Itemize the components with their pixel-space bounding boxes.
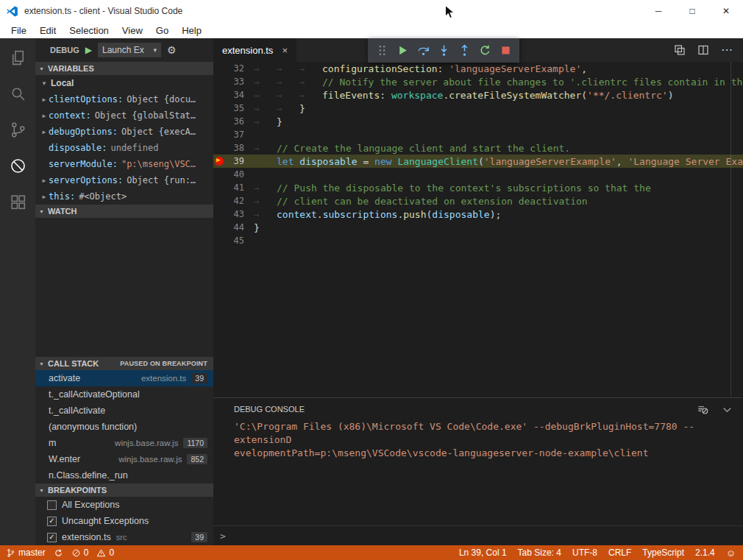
- more-actions-icon[interactable]: ⋯: [721, 44, 733, 56]
- menu-help[interactable]: Help: [175, 24, 208, 38]
- breakpoints-section-header[interactable]: ▼ BREAKPOINTS: [35, 483, 213, 497]
- stack-frame-m[interactable]: mwinjs.base.raw.js1170: [35, 435, 213, 451]
- step-into-icon[interactable]: [435, 42, 452, 60]
- breakpoint-extension-ts[interactable]: ✓extension.tssrc39: [35, 529, 213, 545]
- feedback-smiley-icon[interactable]: ☺: [726, 547, 736, 559]
- clear-console-icon[interactable]: [697, 404, 708, 415]
- breakpoint-uncaught-exceptions[interactable]: ✓Uncaught Exceptions: [35, 513, 213, 529]
- gutter-breakpoint-area[interactable]: [213, 221, 225, 234]
- launch-config-dropdown[interactable]: Launch Ex ▾: [98, 43, 161, 57]
- errors-item[interactable]: 0: [71, 547, 89, 558]
- tab-extension-ts[interactable]: extension.ts ×: [213, 38, 296, 62]
- variables-section-header[interactable]: ▼ VARIABLES: [35, 62, 213, 75]
- stack-frame-t-callactivate[interactable]: t._callActivate: [35, 403, 213, 419]
- menu-edit[interactable]: Edit: [33, 24, 63, 38]
- stack-frame-activate[interactable]: activateextension.ts39: [35, 370, 213, 386]
- menu-view[interactable]: View: [115, 24, 149, 38]
- source-control-icon[interactable]: [7, 119, 28, 140]
- status-language[interactable]: TypeScript: [642, 547, 684, 558]
- scope-local[interactable]: ▼ Local: [35, 75, 213, 91]
- variable-servermodule[interactable]: serverModule:"p:\mseng\VSC…: [35, 156, 213, 172]
- stack-frame-t-callactivateoptional[interactable]: t._callActivateOptional: [35, 386, 213, 403]
- stack-frame-w-enter[interactable]: W.enterwinjs.base.raw.js852: [35, 451, 213, 467]
- close-panel-icon[interactable]: [722, 404, 733, 415]
- minimize-button[interactable]: ─: [641, 0, 675, 22]
- code-line-38[interactable]: 38→// Create the language client and sta…: [213, 141, 743, 155]
- status-tab-size[interactable]: Tab Size: 4: [518, 547, 561, 558]
- code-line-41[interactable]: 41→// Push the disposable to the context…: [213, 181, 743, 194]
- breakpoint-all-exceptions[interactable]: All Exceptions: [35, 497, 213, 513]
- files-icon[interactable]: [7, 47, 28, 68]
- split-editor-icon[interactable]: [697, 44, 709, 56]
- variable-clientoptions[interactable]: ▶clientOptions:Object {docu…: [35, 91, 213, 107]
- code-line-40[interactable]: 40: [213, 168, 743, 181]
- gutter-breakpoint-area[interactable]: [213, 181, 225, 194]
- code-line-45[interactable]: 45: [213, 234, 743, 247]
- code-line-35[interactable]: 35→→}: [213, 102, 743, 115]
- watch-section-header[interactable]: ▼ WATCH: [35, 205, 213, 218]
- configure-gear-icon[interactable]: ⚙: [167, 45, 177, 55]
- console-input-row[interactable]: >: [213, 525, 743, 545]
- status-version[interactable]: 2.1.4: [695, 547, 715, 558]
- search-icon[interactable]: [7, 83, 28, 104]
- code-text: →→→fileEvents: workspace.createFileSyste…: [244, 90, 743, 101]
- gutter-breakpoint-area[interactable]: [213, 168, 225, 181]
- close-button[interactable]: ✕: [709, 0, 743, 22]
- code-line-43[interactable]: 43→context.subscriptions.push(disposable…: [213, 208, 743, 221]
- breakpoint-checkbox[interactable]: ✓: [47, 533, 57, 542]
- code-editor[interactable]: 32→→→configurationSection: 'languageServ…: [213, 62, 743, 397]
- restart-icon[interactable]: [476, 42, 494, 60]
- breakpoint-checkbox[interactable]: [47, 500, 57, 510]
- code-line-32[interactable]: 32→→→configurationSection: 'languageServ…: [213, 62, 743, 75]
- gutter-breakpoint-area[interactable]: [213, 141, 225, 155]
- gutter-breakpoint-area[interactable]: [213, 102, 225, 115]
- code-line-42[interactable]: 42→// client can be deactivated on exten…: [213, 194, 743, 208]
- menu-file[interactable]: File: [4, 24, 33, 38]
- gutter-breakpoint-area[interactable]: [213, 75, 225, 88]
- variable-this[interactable]: ▶this:#<Object>: [35, 188, 213, 205]
- status-eol[interactable]: CRLF: [608, 547, 631, 558]
- sync-item[interactable]: [54, 548, 63, 558]
- tab-close-icon[interactable]: ×: [282, 45, 288, 56]
- gutter-breakpoint-area[interactable]: [213, 234, 225, 247]
- variable-serveroptions[interactable]: ▶serverOptions:Object {run:…: [35, 172, 213, 188]
- menu-selection[interactable]: Selection: [63, 24, 115, 38]
- gutter-breakpoint-area[interactable]: [213, 88, 225, 102]
- stack-frame-anonymous-function[interactable]: (anonymous function): [35, 419, 213, 435]
- breakpoint-checkbox[interactable]: ✓: [47, 517, 57, 526]
- gutter-breakpoint-area[interactable]: [213, 208, 225, 221]
- frame-name: t._callActivateOptional: [49, 389, 207, 400]
- variable-debugoptions[interactable]: ▶debugOptions:Object {execA…: [35, 124, 213, 140]
- continue-icon[interactable]: [394, 42, 411, 60]
- menu-go[interactable]: Go: [149, 24, 175, 38]
- gutter-breakpoint-area[interactable]: [213, 194, 225, 208]
- variable-context[interactable]: ▶context:Object {globalStat…: [35, 107, 213, 124]
- maximize-button[interactable]: □: [675, 0, 709, 22]
- gutter-breakpoint-area[interactable]: ▶: [213, 155, 225, 168]
- step-over-icon[interactable]: [414, 42, 432, 60]
- gutter-breakpoint-area[interactable]: [213, 115, 225, 128]
- extensions-icon[interactable]: [7, 191, 28, 212]
- debug-icon[interactable]: [7, 155, 28, 176]
- stack-frame-n-class-define-run[interactable]: n.Class.define._run: [35, 467, 213, 483]
- drag-grip[interactable]: [373, 42, 391, 60]
- status-encoding[interactable]: UTF-8: [572, 547, 597, 558]
- warnings-item[interactable]: 0: [96, 547, 114, 558]
- variable-disposable[interactable]: disposable:undefined: [35, 140, 213, 156]
- git-branch-item[interactable]: master: [6, 547, 46, 558]
- callstack-section-header[interactable]: ▼ CALL STACK PAUSED ON BREAKPOINT: [35, 357, 213, 370]
- gutter-breakpoint-area[interactable]: [213, 128, 225, 141]
- open-changes-icon[interactable]: [674, 44, 686, 56]
- status-line-col[interactable]: Ln 39, Col 1: [459, 547, 507, 558]
- gutter-breakpoint-area[interactable]: [213, 62, 225, 75]
- code-line-39[interactable]: ▶39→let disposable = new LanguageClient(…: [213, 155, 743, 168]
- code-line-36[interactable]: 36→}: [213, 115, 743, 128]
- code-line-37[interactable]: 37: [213, 128, 743, 141]
- code-line-34[interactable]: 34→→→fileEvents: workspace.createFileSys…: [213, 88, 743, 102]
- code-line-33[interactable]: 33→→→// Notify the server about file cha…: [213, 75, 743, 88]
- start-debug-icon[interactable]: ▶: [85, 46, 92, 54]
- variable-name: serverModule:: [49, 159, 118, 169]
- stop-icon[interactable]: [497, 42, 514, 60]
- code-line-44[interactable]: 44}: [213, 221, 743, 234]
- step-out-icon[interactable]: [455, 42, 473, 60]
